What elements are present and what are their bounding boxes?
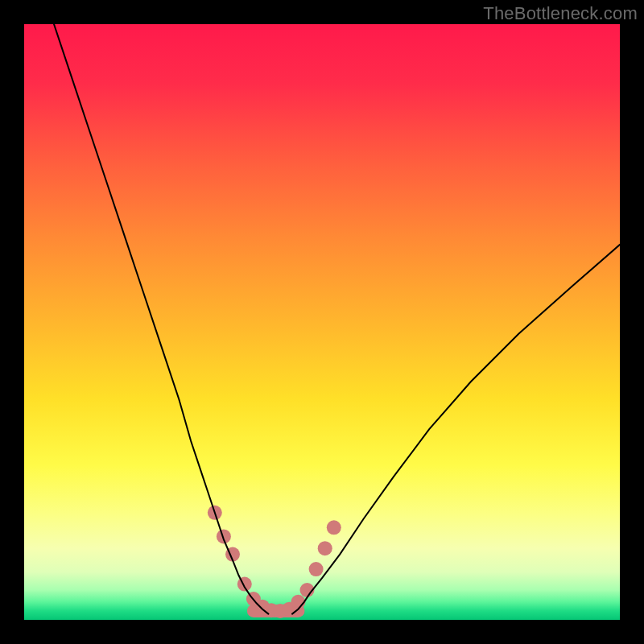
curve-right-branch <box>292 245 620 614</box>
curve-left-branch <box>54 24 268 614</box>
plot-area <box>24 24 620 620</box>
marker-dot <box>217 529 231 543</box>
marker-dot <box>309 562 324 576</box>
watermark-text: TheBottleneck.com <box>483 3 638 24</box>
chart-svg <box>24 24 620 620</box>
marker-dot <box>318 541 332 555</box>
marker-dot <box>327 520 341 535</box>
marker-dot <box>237 577 252 592</box>
chart-frame: TheBottleneck.com <box>0 0 644 644</box>
